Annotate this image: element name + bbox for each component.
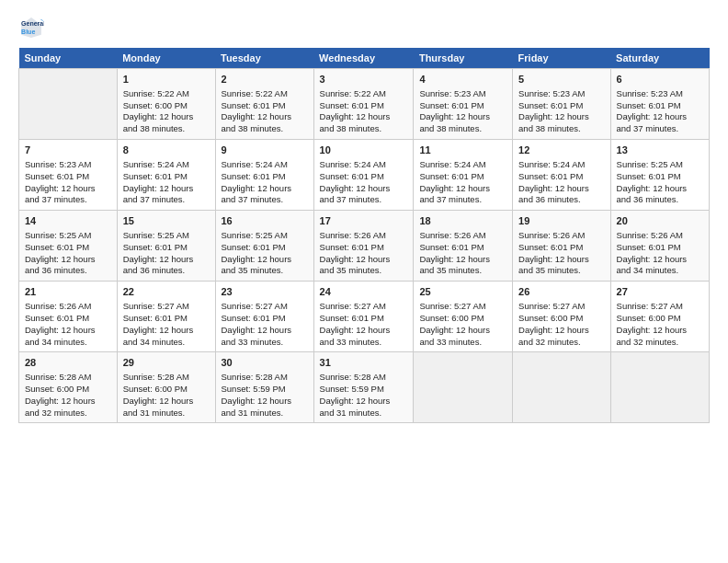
day-detail: Sunrise: 5:28 AM Sunset: 6:00 PM Dayligh… bbox=[123, 372, 210, 419]
calendar-cell: 27Sunrise: 5:27 AM Sunset: 6:00 PM Dayli… bbox=[610, 282, 709, 352]
day-detail: Sunrise: 5:26 AM Sunset: 6:01 PM Dayligh… bbox=[25, 301, 111, 348]
day-detail: Sunrise: 5:25 AM Sunset: 6:01 PM Dayligh… bbox=[222, 230, 308, 277]
day-number: 17 bbox=[320, 214, 408, 228]
day-detail: Sunrise: 5:27 AM Sunset: 6:01 PM Dayligh… bbox=[320, 301, 408, 348]
day-detail: Sunrise: 5:26 AM Sunset: 6:01 PM Dayligh… bbox=[518, 230, 604, 277]
col-header-tuesday: Tuesday bbox=[215, 48, 313, 69]
day-detail: Sunrise: 5:23 AM Sunset: 6:01 PM Dayligh… bbox=[25, 159, 111, 206]
day-detail: Sunrise: 5:27 AM Sunset: 6:00 PM Dayligh… bbox=[617, 301, 703, 348]
col-header-sunday: Sunday bbox=[19, 48, 118, 69]
day-number: 20 bbox=[617, 214, 703, 228]
logo-icon: General Blue bbox=[18, 15, 44, 40]
day-detail: Sunrise: 5:24 AM Sunset: 6:01 PM Dayligh… bbox=[222, 159, 308, 206]
week-row-1: 1Sunrise: 5:22 AM Sunset: 6:00 PM Daylig… bbox=[19, 69, 710, 140]
day-detail: Sunrise: 5:23 AM Sunset: 6:01 PM Dayligh… bbox=[419, 88, 506, 135]
calendar-cell: 3Sunrise: 5:22 AM Sunset: 6:01 PM Daylig… bbox=[313, 69, 414, 140]
day-number: 15 bbox=[123, 214, 210, 228]
day-number: 4 bbox=[419, 73, 506, 86]
day-number: 12 bbox=[518, 144, 604, 157]
calendar-cell: 2Sunrise: 5:22 AM Sunset: 6:01 PM Daylig… bbox=[215, 69, 313, 140]
day-number: 8 bbox=[123, 144, 210, 157]
day-number: 14 bbox=[25, 214, 111, 228]
day-detail: Sunrise: 5:27 AM Sunset: 6:01 PM Dayligh… bbox=[222, 301, 308, 348]
day-number: 19 bbox=[518, 214, 604, 228]
day-number: 31 bbox=[320, 356, 408, 370]
calendar-cell: 7Sunrise: 5:23 AM Sunset: 6:01 PM Daylig… bbox=[19, 140, 118, 211]
day-number: 7 bbox=[25, 144, 111, 157]
calendar-cell: 30Sunrise: 5:28 AM Sunset: 5:59 PM Dayli… bbox=[215, 352, 313, 423]
week-row-2: 7Sunrise: 5:23 AM Sunset: 6:01 PM Daylig… bbox=[19, 140, 710, 211]
svg-text:Blue: Blue bbox=[21, 29, 35, 35]
calendar-cell bbox=[513, 352, 610, 423]
calendar-cell: 16Sunrise: 5:25 AM Sunset: 6:01 PM Dayli… bbox=[215, 211, 313, 282]
day-detail: Sunrise: 5:27 AM Sunset: 6:00 PM Dayligh… bbox=[518, 301, 604, 348]
day-number: 13 bbox=[617, 144, 703, 157]
day-number: 11 bbox=[419, 144, 506, 157]
day-detail: Sunrise: 5:24 AM Sunset: 6:01 PM Dayligh… bbox=[419, 159, 506, 206]
calendar-cell bbox=[414, 352, 513, 423]
day-number: 2 bbox=[222, 73, 308, 86]
day-detail: Sunrise: 5:24 AM Sunset: 6:01 PM Dayligh… bbox=[123, 159, 210, 206]
page-header: General Blue bbox=[18, 15, 710, 40]
calendar-cell bbox=[19, 69, 118, 140]
day-number: 10 bbox=[320, 144, 408, 157]
calendar-cell: 5Sunrise: 5:23 AM Sunset: 6:01 PM Daylig… bbox=[513, 69, 610, 140]
calendar-cell: 21Sunrise: 5:26 AM Sunset: 6:01 PM Dayli… bbox=[19, 282, 118, 352]
day-detail: Sunrise: 5:27 AM Sunset: 6:00 PM Dayligh… bbox=[419, 301, 506, 348]
day-detail: Sunrise: 5:22 AM Sunset: 6:01 PM Dayligh… bbox=[222, 88, 308, 135]
day-detail: Sunrise: 5:25 AM Sunset: 6:01 PM Dayligh… bbox=[617, 159, 703, 206]
calendar-cell: 9Sunrise: 5:24 AM Sunset: 6:01 PM Daylig… bbox=[215, 140, 313, 211]
col-header-saturday: Saturday bbox=[610, 48, 709, 69]
day-detail: Sunrise: 5:27 AM Sunset: 6:01 PM Dayligh… bbox=[123, 301, 210, 348]
calendar-cell: 8Sunrise: 5:24 AM Sunset: 6:01 PM Daylig… bbox=[117, 140, 215, 211]
calendar-cell: 31Sunrise: 5:28 AM Sunset: 5:59 PM Dayli… bbox=[313, 352, 414, 423]
calendar-cell: 17Sunrise: 5:26 AM Sunset: 6:01 PM Dayli… bbox=[313, 211, 414, 282]
calendar-cell: 12Sunrise: 5:24 AM Sunset: 6:01 PM Dayli… bbox=[513, 140, 610, 211]
day-detail: Sunrise: 5:28 AM Sunset: 5:59 PM Dayligh… bbox=[320, 372, 408, 419]
calendar-cell: 15Sunrise: 5:25 AM Sunset: 6:01 PM Dayli… bbox=[117, 211, 215, 282]
calendar-cell: 13Sunrise: 5:25 AM Sunset: 6:01 PM Dayli… bbox=[610, 140, 709, 211]
day-number: 6 bbox=[617, 73, 703, 86]
day-number: 16 bbox=[222, 214, 308, 228]
svg-text:General: General bbox=[21, 20, 44, 27]
day-number: 25 bbox=[419, 285, 506, 299]
calendar-table: SundayMondayTuesdayWednesdayThursdayFrid… bbox=[18, 48, 710, 423]
day-number: 21 bbox=[25, 285, 111, 299]
calendar-cell bbox=[610, 352, 709, 423]
calendar-cell: 1Sunrise: 5:22 AM Sunset: 6:00 PM Daylig… bbox=[117, 69, 215, 140]
day-detail: Sunrise: 5:25 AM Sunset: 6:01 PM Dayligh… bbox=[25, 230, 111, 277]
day-detail: Sunrise: 5:28 AM Sunset: 5:59 PM Dayligh… bbox=[222, 372, 308, 419]
week-row-5: 28Sunrise: 5:28 AM Sunset: 6:00 PM Dayli… bbox=[19, 352, 710, 423]
logo: General Blue bbox=[18, 15, 48, 40]
calendar-cell: 18Sunrise: 5:26 AM Sunset: 6:01 PM Dayli… bbox=[414, 211, 513, 282]
day-number: 5 bbox=[518, 73, 604, 86]
week-row-4: 21Sunrise: 5:26 AM Sunset: 6:01 PM Dayli… bbox=[19, 282, 710, 352]
day-number: 22 bbox=[123, 285, 210, 299]
day-number: 3 bbox=[320, 73, 408, 86]
day-detail: Sunrise: 5:24 AM Sunset: 6:01 PM Dayligh… bbox=[518, 159, 604, 206]
calendar-cell: 20Sunrise: 5:26 AM Sunset: 6:01 PM Dayli… bbox=[610, 211, 709, 282]
calendar-cell: 26Sunrise: 5:27 AM Sunset: 6:00 PM Dayli… bbox=[513, 282, 610, 352]
day-number: 1 bbox=[123, 73, 210, 86]
calendar-cell: 22Sunrise: 5:27 AM Sunset: 6:01 PM Dayli… bbox=[117, 282, 215, 352]
day-number: 18 bbox=[419, 214, 506, 228]
col-header-wednesday: Wednesday bbox=[313, 48, 414, 69]
day-detail: Sunrise: 5:28 AM Sunset: 6:00 PM Dayligh… bbox=[25, 372, 111, 419]
day-detail: Sunrise: 5:22 AM Sunset: 6:01 PM Dayligh… bbox=[320, 88, 408, 135]
day-number: 28 bbox=[25, 356, 111, 370]
calendar-cell: 24Sunrise: 5:27 AM Sunset: 6:01 PM Dayli… bbox=[313, 282, 414, 352]
day-detail: Sunrise: 5:24 AM Sunset: 6:01 PM Dayligh… bbox=[320, 159, 408, 206]
calendar-cell: 14Sunrise: 5:25 AM Sunset: 6:01 PM Dayli… bbox=[19, 211, 118, 282]
day-number: 24 bbox=[320, 285, 408, 299]
day-detail: Sunrise: 5:23 AM Sunset: 6:01 PM Dayligh… bbox=[518, 88, 604, 135]
day-number: 27 bbox=[617, 285, 703, 299]
day-number: 30 bbox=[222, 356, 308, 370]
calendar-cell: 4Sunrise: 5:23 AM Sunset: 6:01 PM Daylig… bbox=[414, 69, 513, 140]
col-header-friday: Friday bbox=[513, 48, 610, 69]
calendar-header-row: SundayMondayTuesdayWednesdayThursdayFrid… bbox=[19, 48, 710, 69]
calendar-cell: 10Sunrise: 5:24 AM Sunset: 6:01 PM Dayli… bbox=[313, 140, 414, 211]
calendar-cell: 29Sunrise: 5:28 AM Sunset: 6:00 PM Dayli… bbox=[117, 352, 215, 423]
calendar-cell: 23Sunrise: 5:27 AM Sunset: 6:01 PM Dayli… bbox=[215, 282, 313, 352]
day-number: 29 bbox=[123, 356, 210, 370]
day-detail: Sunrise: 5:25 AM Sunset: 6:01 PM Dayligh… bbox=[123, 230, 210, 277]
